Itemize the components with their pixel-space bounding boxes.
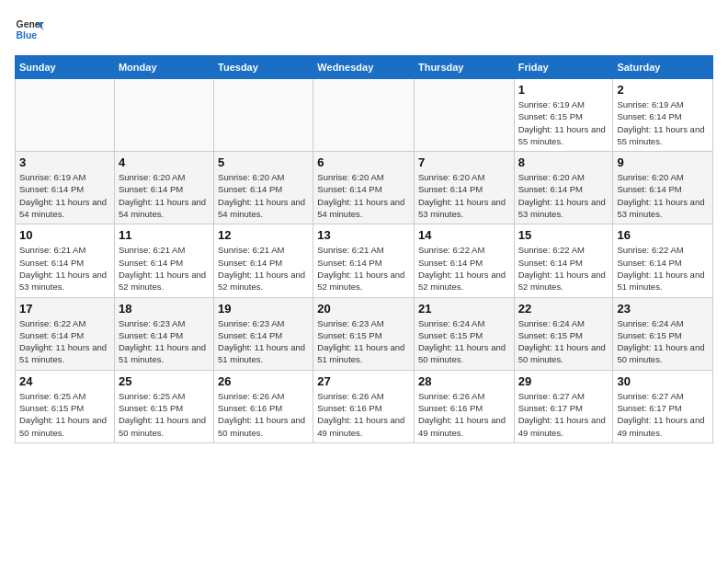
calendar-cell: 22Sunrise: 6:24 AM Sunset: 6:15 PM Dayli…: [514, 297, 613, 370]
calendar-cell: 8Sunrise: 6:20 AM Sunset: 6:14 PM Daylig…: [514, 152, 613, 224]
day-number: 30: [617, 374, 709, 388]
day-number: 14: [418, 228, 510, 242]
calendar-cell: 5Sunrise: 6:20 AM Sunset: 6:14 PM Daylig…: [214, 152, 313, 224]
day-info: Sunrise: 6:20 AM Sunset: 6:14 PM Dayligh…: [317, 171, 410, 220]
day-info: Sunrise: 6:22 AM Sunset: 6:14 PM Dayligh…: [518, 244, 609, 293]
day-header-sunday: Sunday: [16, 56, 115, 79]
day-number: 29: [518, 374, 609, 388]
day-info: Sunrise: 6:26 AM Sunset: 6:16 PM Dayligh…: [418, 390, 510, 439]
calendar-cell: 2Sunrise: 6:19 AM Sunset: 6:14 PM Daylig…: [613, 79, 713, 152]
day-number: 28: [418, 374, 510, 388]
day-number: 23: [617, 302, 709, 316]
day-info: Sunrise: 6:20 AM Sunset: 6:14 PM Dayligh…: [119, 171, 210, 220]
day-number: 8: [518, 155, 609, 169]
calendar-cell: 11Sunrise: 6:21 AM Sunset: 6:14 PM Dayli…: [114, 224, 213, 297]
calendar-cell: [16, 79, 115, 152]
day-header-monday: Monday: [114, 56, 213, 79]
page-header: General Blue: [15, 15, 713, 44]
calendar-cell: [313, 79, 415, 152]
logo: General Blue: [15, 15, 44, 44]
calendar-cell: 13Sunrise: 6:21 AM Sunset: 6:14 PM Dayli…: [313, 224, 415, 297]
calendar-cell: 18Sunrise: 6:23 AM Sunset: 6:14 PM Dayli…: [114, 297, 213, 370]
day-number: 19: [218, 302, 309, 316]
calendar-cell: [414, 79, 514, 152]
logo-icon: General Blue: [15, 15, 44, 44]
calendar-cell: 30Sunrise: 6:27 AM Sunset: 6:17 PM Dayli…: [613, 370, 713, 442]
day-number: 21: [418, 302, 510, 316]
day-header-friday: Friday: [514, 56, 613, 79]
day-info: Sunrise: 6:23 AM Sunset: 6:15 PM Dayligh…: [317, 317, 410, 366]
calendar-cell: 28Sunrise: 6:26 AM Sunset: 6:16 PM Dayli…: [414, 370, 514, 442]
svg-text:Blue: Blue: [17, 30, 38, 40]
calendar-cell: [114, 79, 213, 152]
day-info: Sunrise: 6:23 AM Sunset: 6:14 PM Dayligh…: [119, 317, 210, 366]
day-info: Sunrise: 6:27 AM Sunset: 6:17 PM Dayligh…: [617, 390, 709, 439]
day-number: 1: [518, 83, 609, 97]
day-number: 12: [218, 228, 309, 242]
calendar-cell: 16Sunrise: 6:22 AM Sunset: 6:14 PM Dayli…: [613, 224, 713, 297]
calendar-cell: 19Sunrise: 6:23 AM Sunset: 6:14 PM Dayli…: [214, 297, 313, 370]
day-info: Sunrise: 6:25 AM Sunset: 6:15 PM Dayligh…: [19, 390, 110, 439]
day-number: 15: [518, 228, 609, 242]
day-info: Sunrise: 6:22 AM Sunset: 6:14 PM Dayligh…: [418, 244, 510, 293]
day-number: 9: [617, 155, 709, 169]
day-number: 25: [119, 374, 210, 388]
calendar-cell: 21Sunrise: 6:24 AM Sunset: 6:15 PM Dayli…: [414, 297, 514, 370]
day-info: Sunrise: 6:22 AM Sunset: 6:14 PM Dayligh…: [19, 317, 110, 366]
day-info: Sunrise: 6:24 AM Sunset: 6:15 PM Dayligh…: [617, 317, 709, 366]
calendar-cell: 14Sunrise: 6:22 AM Sunset: 6:14 PM Dayli…: [414, 224, 514, 297]
calendar-cell: 26Sunrise: 6:26 AM Sunset: 6:16 PM Dayli…: [214, 370, 313, 442]
day-info: Sunrise: 6:22 AM Sunset: 6:14 PM Dayligh…: [617, 244, 709, 293]
calendar-cell: 1Sunrise: 6:19 AM Sunset: 6:15 PM Daylig…: [514, 79, 613, 152]
calendar-cell: 24Sunrise: 6:25 AM Sunset: 6:15 PM Dayli…: [16, 370, 115, 442]
calendar-header-row: SundayMondayTuesdayWednesdayThursdayFrid…: [16, 56, 713, 79]
day-info: Sunrise: 6:26 AM Sunset: 6:16 PM Dayligh…: [218, 390, 309, 439]
day-number: 18: [119, 302, 210, 316]
day-info: Sunrise: 6:20 AM Sunset: 6:14 PM Dayligh…: [617, 171, 709, 220]
calendar-week-5: 24Sunrise: 6:25 AM Sunset: 6:15 PM Dayli…: [16, 370, 713, 442]
calendar-cell: 9Sunrise: 6:20 AM Sunset: 6:14 PM Daylig…: [613, 152, 713, 224]
day-number: 17: [19, 302, 110, 316]
day-info: Sunrise: 6:19 AM Sunset: 6:15 PM Dayligh…: [518, 98, 609, 147]
day-number: 24: [19, 374, 110, 388]
calendar-cell: 10Sunrise: 6:21 AM Sunset: 6:14 PM Dayli…: [16, 224, 115, 297]
day-number: 26: [218, 374, 309, 388]
day-info: Sunrise: 6:19 AM Sunset: 6:14 PM Dayligh…: [617, 98, 709, 147]
day-number: 22: [518, 302, 609, 316]
day-header-thursday: Thursday: [414, 56, 514, 79]
day-number: 16: [617, 228, 709, 242]
day-number: 27: [317, 374, 410, 388]
day-number: 2: [617, 83, 709, 97]
calendar-week-2: 3Sunrise: 6:19 AM Sunset: 6:14 PM Daylig…: [16, 152, 713, 224]
day-number: 4: [119, 155, 210, 169]
day-info: Sunrise: 6:21 AM Sunset: 6:14 PM Dayligh…: [19, 244, 110, 293]
day-number: 13: [317, 228, 410, 242]
day-info: Sunrise: 6:24 AM Sunset: 6:15 PM Dayligh…: [418, 317, 510, 366]
calendar-cell: 27Sunrise: 6:26 AM Sunset: 6:16 PM Dayli…: [313, 370, 415, 442]
day-info: Sunrise: 6:24 AM Sunset: 6:15 PM Dayligh…: [518, 317, 609, 366]
day-number: 6: [317, 155, 410, 169]
calendar-week-1: 1Sunrise: 6:19 AM Sunset: 6:15 PM Daylig…: [16, 79, 713, 152]
day-number: 3: [19, 155, 110, 169]
day-number: 20: [317, 302, 410, 316]
day-info: Sunrise: 6:20 AM Sunset: 6:14 PM Dayligh…: [518, 171, 609, 220]
calendar-cell: 17Sunrise: 6:22 AM Sunset: 6:14 PM Dayli…: [16, 297, 115, 370]
calendar-week-4: 17Sunrise: 6:22 AM Sunset: 6:14 PM Dayli…: [16, 297, 713, 370]
day-info: Sunrise: 6:19 AM Sunset: 6:14 PM Dayligh…: [19, 171, 110, 220]
day-header-saturday: Saturday: [613, 56, 713, 79]
day-number: 11: [119, 228, 210, 242]
day-info: Sunrise: 6:21 AM Sunset: 6:14 PM Dayligh…: [218, 244, 309, 293]
calendar-cell: 23Sunrise: 6:24 AM Sunset: 6:15 PM Dayli…: [613, 297, 713, 370]
day-info: Sunrise: 6:27 AM Sunset: 6:17 PM Dayligh…: [518, 390, 609, 439]
day-info: Sunrise: 6:21 AM Sunset: 6:14 PM Dayligh…: [119, 244, 210, 293]
calendar-cell: 6Sunrise: 6:20 AM Sunset: 6:14 PM Daylig…: [313, 152, 415, 224]
day-header-tuesday: Tuesday: [214, 56, 313, 79]
calendar-cell: 3Sunrise: 6:19 AM Sunset: 6:14 PM Daylig…: [16, 152, 115, 224]
calendar-cell: 4Sunrise: 6:20 AM Sunset: 6:14 PM Daylig…: [114, 152, 213, 224]
day-info: Sunrise: 6:20 AM Sunset: 6:14 PM Dayligh…: [418, 171, 510, 220]
day-info: Sunrise: 6:25 AM Sunset: 6:15 PM Dayligh…: [119, 390, 210, 439]
calendar-cell: 29Sunrise: 6:27 AM Sunset: 6:17 PM Dayli…: [514, 370, 613, 442]
day-info: Sunrise: 6:23 AM Sunset: 6:14 PM Dayligh…: [218, 317, 309, 366]
calendar-cell: 20Sunrise: 6:23 AM Sunset: 6:15 PM Dayli…: [313, 297, 415, 370]
calendar-cell: 25Sunrise: 6:25 AM Sunset: 6:15 PM Dayli…: [114, 370, 213, 442]
